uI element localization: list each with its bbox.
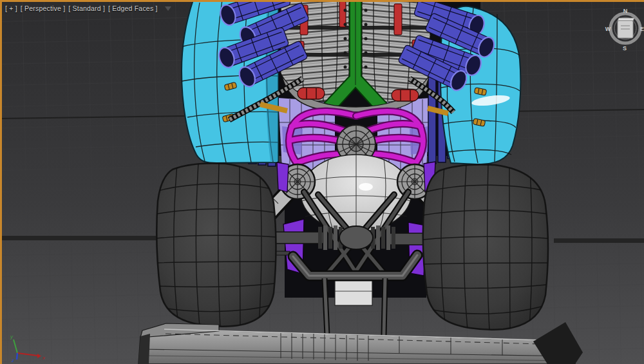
right-rear-tire[interactable] <box>422 164 548 330</box>
active-viewport-border-top <box>0 0 644 2</box>
viewport-scene[interactable]: N W S E y x z <box>0 0 644 364</box>
differential-case <box>339 226 373 249</box>
viewport-menu-general[interactable]: [ + ] <box>5 5 17 12</box>
viewcube-west[interactable]: W <box>605 26 611 32</box>
viewport-label-caret-icon <box>165 6 171 11</box>
viewcube-cube[interactable] <box>618 18 634 38</box>
viewcube-north[interactable]: N <box>623 8 628 14</box>
left-rear-tire[interactable] <box>156 162 276 327</box>
viewcube-south[interactable]: S <box>623 45 627 52</box>
viewport-menu-shading[interactable]: [ Standard ] <box>68 5 105 12</box>
3d-viewport[interactable]: N W S E y x z [ + ] [ Perspective ] [ St… <box>0 0 644 364</box>
viewport-label: [ + ] [ Perspective ] [ Standard ] [ Edg… <box>5 5 171 12</box>
viewport-menu-pov[interactable]: [ Perspective ] <box>21 5 66 12</box>
axis-label-z: z <box>11 358 14 363</box>
active-viewport-border-left <box>0 0 2 364</box>
rear-axle-right-segment <box>554 238 644 243</box>
dome-highlight <box>359 183 373 191</box>
viewport-menu-edged-faces[interactable]: [ Edged Faces ] <box>108 5 158 12</box>
axle-tube-left <box>276 232 323 244</box>
viewcube-east[interactable]: E <box>640 26 644 32</box>
rear-axle-left-segment <box>0 236 161 240</box>
